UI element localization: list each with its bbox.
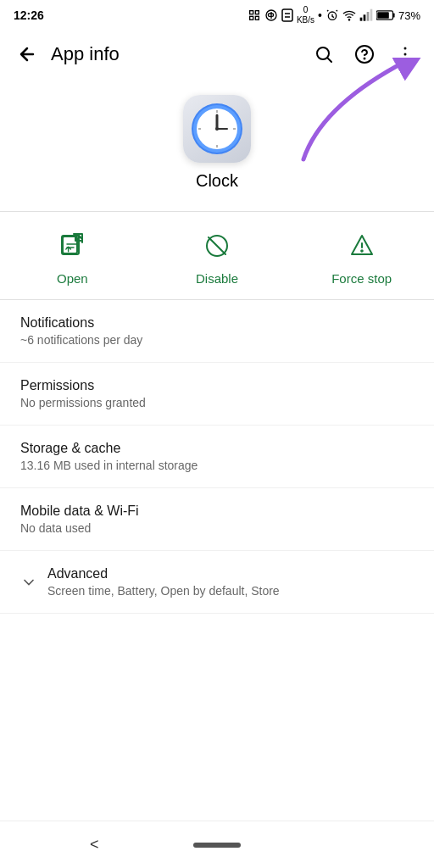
list-item[interactable]: Permissions No permissions granted — [0, 363, 434, 426]
back-button[interactable] — [10, 37, 44, 71]
battery-pct: 73% — [398, 9, 420, 22]
status-time: 12:26 — [14, 8, 44, 22]
storage-subtitle: 13.16 MB used in internal storage — [20, 459, 414, 472]
notifications-title: Notifications — [20, 315, 414, 331]
status-dot: • — [318, 8, 322, 22]
mobile-data-content: Mobile data & Wi-Fi No data used — [20, 504, 414, 535]
list-item[interactable]: Advanced Screen time, Battery, Open by d… — [0, 551, 434, 614]
list-item[interactable]: Notifications ~6 notifications per day — [0, 300, 434, 363]
sim-icon — [281, 8, 293, 22]
notification-icon — [248, 8, 261, 22]
storage-content: Storage & cache 13.16 MB used in interna… — [20, 441, 414, 472]
svg-point-7 — [348, 19, 349, 20]
help-button[interactable] — [346, 36, 383, 73]
app-name: Clock — [196, 171, 238, 191]
status-bar: 12:26 0KB/s • 73% — [0, 0, 434, 31]
svg-point-15 — [317, 47, 329, 59]
list-item[interactable]: Mobile data & Wi-Fi No data used — [0, 488, 434, 551]
clock-svg — [190, 102, 244, 156]
svg-rect-0 — [250, 11, 253, 14]
action-row: Open Disable Force stop — [0, 212, 434, 300]
svg-rect-9 — [364, 14, 366, 20]
svg-point-17 — [364, 58, 365, 59]
open-label: Open — [57, 271, 88, 286]
svg-point-19 — [404, 53, 407, 56]
data-speed: 0KB/s — [297, 5, 314, 25]
permissions-title: Permissions — [20, 378, 414, 393]
mobile-data-subtitle: No data used — [20, 521, 414, 535]
list-section: Notifications ~6 notifications per day P… — [0, 300, 434, 614]
disable-label: Disable — [196, 271, 238, 286]
svg-point-37 — [361, 250, 363, 252]
force-stop-action[interactable]: Force stop — [320, 225, 404, 286]
dollar-icon — [264, 8, 278, 22]
advanced-content: Advanced Screen time, Battery, Open by d… — [47, 566, 414, 598]
alarm-icon — [326, 8, 339, 22]
svg-rect-1 — [255, 11, 259, 14]
svg-rect-14 — [377, 12, 389, 19]
advanced-title: Advanced — [47, 566, 414, 581]
disable-icon — [197, 225, 237, 266]
status-right: 0KB/s • 73% — [248, 5, 420, 25]
list-item[interactable]: Storage & cache 13.16 MB used in interna… — [0, 426, 434, 488]
svg-point-27 — [215, 127, 219, 131]
disable-action[interactable]: Disable — [175, 225, 259, 286]
svg-rect-8 — [360, 18, 363, 21]
more-options-button[interactable] — [387, 36, 424, 73]
bottom-nav: < — [0, 821, 434, 868]
top-bar: App info — [0, 31, 434, 78]
nav-home-pill[interactable] — [193, 843, 241, 848]
notifications-subtitle: ~6 notifications per day — [20, 333, 414, 347]
advanced-subtitle: Screen time, Battery, Open by default, S… — [47, 584, 414, 598]
storage-title: Storage & cache — [20, 441, 414, 456]
nav-back-button[interactable]: < — [90, 836, 99, 854]
signal-icon — [359, 8, 373, 22]
svg-point-18 — [404, 47, 407, 50]
svg-rect-2 — [250, 16, 253, 19]
app-icon — [183, 95, 251, 163]
svg-point-20 — [404, 59, 407, 62]
open-action[interactable]: Open — [30, 225, 114, 286]
svg-rect-10 — [367, 12, 370, 21]
top-actions — [305, 36, 424, 73]
page-title: App info — [51, 43, 305, 65]
svg-rect-11 — [370, 9, 373, 21]
app-icon-section: Clock — [0, 78, 434, 212]
mobile-data-title: Mobile data & Wi-Fi — [20, 504, 414, 519]
advanced-chevron-down-icon — [20, 574, 37, 591]
svg-rect-13 — [393, 13, 395, 17]
open-icon — [52, 225, 92, 266]
svg-rect-5 — [282, 9, 292, 21]
permissions-content: Permissions No permissions granted — [20, 378, 414, 409]
battery-icon — [376, 9, 395, 21]
svg-rect-3 — [255, 16, 259, 19]
force-stop-label: Force stop — [331, 271, 392, 286]
permissions-subtitle: No permissions granted — [20, 396, 414, 409]
wifi-icon — [342, 8, 356, 22]
force-stop-icon — [342, 225, 382, 266]
svg-line-35 — [209, 237, 225, 254]
search-button[interactable] — [305, 36, 342, 73]
notifications-content: Notifications ~6 notifications per day — [20, 315, 414, 347]
